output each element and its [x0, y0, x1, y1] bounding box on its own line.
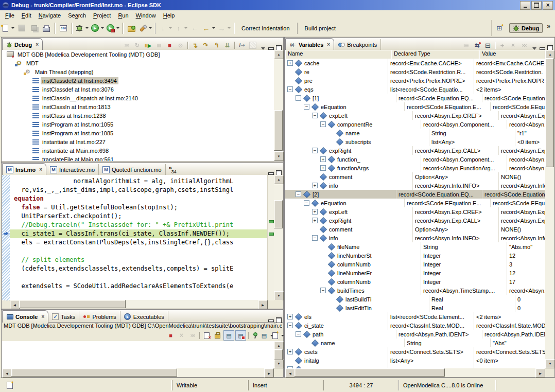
menu-run[interactable]: Run: [114, 11, 132, 20]
debug-tree-item[interactable]: MDT GDB [Modelica Developement Tooling (…: [2, 50, 274, 59]
variable-row[interactable]: −[1]record<SCode.Equation.EQ...record<SC…: [285, 94, 545, 102]
debug-tree-item[interactable]: instClassdef2 at Inst.mo:3494: [2, 76, 274, 85]
code-editor[interactable]: normalAlgorithmLst = alg, initialAlgorit…: [10, 175, 268, 300]
menu-search[interactable]: Search: [64, 11, 90, 20]
scroll-thumb[interactable]: [274, 200, 283, 229]
scroll-thumb[interactable]: [274, 349, 283, 360]
dropdown-arrow-icon[interactable]: [101, 27, 104, 29]
menu-edit[interactable]: Edit: [18, 11, 35, 20]
scroll-down-icon[interactable]: ▼: [274, 291, 284, 300]
scroll-right-icon[interactable]: ▶: [264, 368, 274, 378]
variable-row[interactable]: −[2]record<SCode.Equation.EQ...record<SC…: [285, 190, 545, 199]
fast-view-icon[interactable]: [5, 381, 14, 389]
save-button[interactable]: [15, 23, 28, 34]
remove-variable-button[interactable]: [508, 41, 518, 50]
variable-row[interactable]: nameString"r1": [285, 129, 545, 137]
maximize-button[interactable]: [531, 1, 542, 10]
correct-indentation-button[interactable]: Correct Indentation: [237, 24, 294, 33]
tab-executables[interactable]: Executables: [120, 311, 168, 322]
collapse-all-button[interactable]: [483, 41, 493, 50]
dropdown-arrow-icon[interactable]: [184, 27, 187, 29]
collapse-icon[interactable]: −: [320, 121, 326, 127]
debug-tree-item[interactable]: instantiate at Main.mo:698: [2, 146, 274, 155]
maximize-view-icon[interactable]: [276, 317, 282, 322]
minimize-view-icon[interactable]: [268, 317, 274, 322]
debug-tree-item[interactable]: instClass at Inst.mo:1238: [2, 111, 274, 120]
menu-file[interactable]: File: [2, 11, 18, 20]
scroll-lock-button[interactable]: [213, 331, 222, 340]
variable-row[interactable]: +cacherecord<Env.Cache.CACHE>record<Env.…: [285, 59, 545, 67]
collapse-icon[interactable]: −: [296, 331, 301, 337]
maximize-view-icon[interactable]: [547, 45, 553, 50]
collapse-icon[interactable]: −: [287, 86, 293, 92]
show-type-names-button[interactable]: [461, 41, 471, 50]
close-icon[interactable]: [36, 42, 39, 47]
dropdown-arrow-icon[interactable]: [11, 27, 14, 29]
variable-row[interactable]: columnNumbInteger17: [285, 277, 545, 286]
debug-button[interactable]: [74, 23, 90, 34]
variable-row[interactable]: −componentRerecord<Absyn.Component...rec…: [285, 120, 545, 129]
run-button[interactable]: [90, 23, 105, 34]
scroll-down-icon[interactable]: ▼: [545, 359, 555, 368]
dropdown-arrow-icon[interactable]: [149, 27, 152, 29]
variable-row[interactable]: +functionArgsrecord<Absyn.FunctionArg...…: [285, 164, 545, 172]
pin-console-button[interactable]: [251, 331, 261, 340]
binary-button[interactable]: [57, 23, 70, 34]
variable-row[interactable]: −eEquationrecord<SCode.EEquation.E...rec…: [285, 102, 545, 111]
use-step-filters-button[interactable]: [237, 41, 247, 50]
variable-row[interactable]: lineNumberStInteger12: [285, 251, 545, 260]
variable-row[interactable]: commentOption<Any>NONE(): [285, 172, 545, 181]
menu-project[interactable]: Project: [90, 11, 114, 20]
variable-row[interactable]: −expRightrecord<Absyn.Exp.CALL>record<Ab…: [285, 146, 545, 155]
variable-row[interactable]: subscriptslist<Any><0 item>: [285, 137, 545, 146]
debug-tree-item[interactable]: instClassdef at Inst.mo:3076: [2, 85, 274, 94]
collapse-icon[interactable]: −: [296, 95, 301, 101]
open-console-button[interactable]: [272, 331, 282, 340]
minimize-view-icon[interactable]: [268, 170, 274, 175]
debug-tree-item[interactable]: instClassIn at Inst.mo:1813: [2, 102, 274, 111]
variable-row[interactable]: +: [285, 365, 545, 368]
variable-row[interactable]: −eqslist<record<SCode.Equatio...<2 items…: [285, 85, 545, 94]
new-variable-button[interactable]: [497, 41, 507, 50]
collapse-icon[interactable]: −: [304, 104, 309, 110]
next-annotation-button[interactable]: [158, 23, 173, 34]
variable-row[interactable]: lastEditTinReal0: [285, 304, 545, 312]
console-output[interactable]: [2, 341, 274, 368]
editor-vertical-scrollbar[interactable]: ▲ ▼: [274, 175, 283, 300]
variable-row[interactable]: −ci_staterecord<ClassInf.State.MOD...rec…: [285, 321, 545, 330]
column-header-declared-type[interactable]: Declared Type: [391, 50, 479, 59]
print-button[interactable]: [40, 23, 53, 34]
tab-debug[interactable]: Debug: [2, 38, 43, 50]
drop-to-frame-button[interactable]: [222, 41, 232, 50]
variable-row[interactable]: +csetsrecord<Connect.Sets.SETS>record<Co…: [285, 347, 545, 356]
new-wizard-button[interactable]: [0, 23, 15, 34]
step-into-button[interactable]: [190, 41, 200, 50]
suspend-button[interactable]: [154, 41, 164, 50]
variable-row[interactable]: commentOption<Any>NONE(): [285, 225, 545, 234]
collapse-icon[interactable]: −: [312, 113, 318, 118]
step-return-button[interactable]: [212, 41, 221, 50]
tab-problems[interactable]: Problems: [79, 311, 120, 322]
debug-tree-item[interactable]: MDT: [2, 59, 274, 67]
debug-tree-item[interactable]: Main Thread (stepping): [2, 67, 274, 76]
variable-row[interactable]: +elslist<record<SCode.Element...<2 items…: [285, 312, 545, 321]
show-stderr-button[interactable]: [235, 330, 246, 341]
collapse-icon[interactable]: −: [320, 288, 326, 293]
menu-help[interactable]: Help: [160, 11, 179, 20]
expand-icon[interactable]: +: [287, 60, 293, 66]
run-external-button[interactable]: [105, 23, 120, 34]
scroll-left-icon[interactable]: ◀: [10, 300, 20, 309]
editor-tab-interactive-mo[interactable]: MInteractive.mo: [46, 164, 99, 175]
perspective-overflow-chevron[interactable]: »: [545, 23, 552, 34]
open-perspective-button[interactable]: [492, 23, 507, 33]
debug-tree-item[interactable]: instProgram at Inst.mo:1085: [2, 129, 274, 137]
maximize-view-icon[interactable]: [276, 45, 282, 50]
console-horizontal-scrollbar[interactable]: ◀ ▶: [2, 368, 274, 377]
annotation-mark[interactable]: [269, 233, 274, 236]
tab-console[interactable]: Console: [2, 310, 48, 323]
close-button[interactable]: [543, 1, 553, 10]
expand-icon[interactable]: +: [312, 218, 318, 223]
format-button[interactable]: [137, 23, 153, 34]
debug-vertical-scrollbar[interactable]: ▲ ▼: [274, 50, 283, 161]
collapse-icon[interactable]: −: [296, 191, 301, 197]
